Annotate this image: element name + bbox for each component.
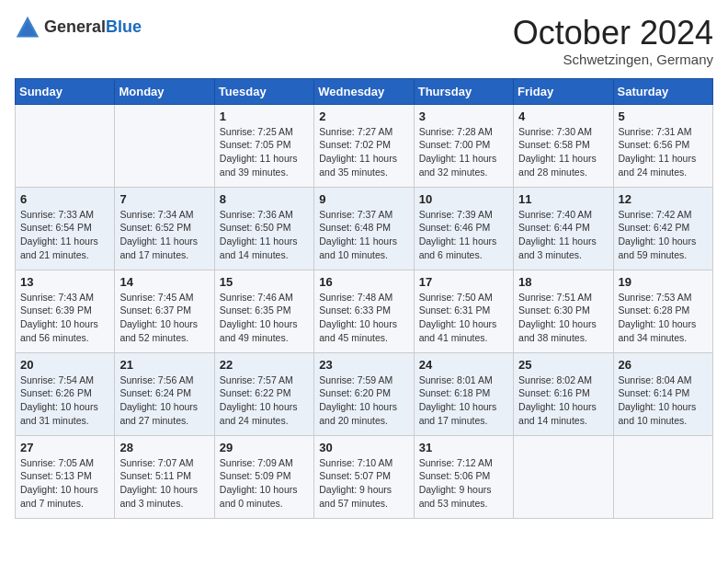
day-info: Sunrise: 7:36 AMSunset: 6:50 PMDaylight:… [220, 208, 309, 262]
logo: GeneralBlue [15, 15, 142, 40]
calendar-header: Sunday Monday Tuesday Wednesday Thursday… [16, 78, 713, 104]
day-number: 2 [319, 109, 408, 123]
header-monday: Monday [115, 78, 214, 104]
day-info: Sunrise: 7:09 AMSunset: 5:09 PMDaylight:… [220, 456, 309, 511]
day-number: 26 [619, 358, 708, 372]
day-number: 22 [220, 358, 309, 372]
calendar-cell: 31Sunrise: 7:12 AMSunset: 5:06 PMDayligh… [414, 435, 513, 518]
calendar-cell: 20Sunrise: 7:54 AMSunset: 6:26 PMDayligh… [16, 352, 115, 435]
day-info: Sunrise: 7:50 AMSunset: 6:31 PMDaylight:… [419, 291, 508, 345]
day-number: 8 [220, 192, 309, 206]
day-number: 9 [319, 192, 408, 206]
calendar-cell: 18Sunrise: 7:51 AMSunset: 6:30 PMDayligh… [514, 270, 613, 352]
calendar-cell: 2Sunrise: 7:27 AMSunset: 7:02 PMDaylight… [314, 104, 414, 187]
day-number: 6 [20, 192, 109, 206]
day-number: 3 [419, 109, 508, 123]
calendar-cell: 17Sunrise: 7:50 AMSunset: 6:31 PMDayligh… [414, 270, 513, 352]
calendar-cell: 29Sunrise: 7:09 AMSunset: 5:09 PMDayligh… [214, 435, 313, 518]
calendar-cell: 3Sunrise: 7:28 AMSunset: 7:00 PMDaylight… [414, 104, 513, 187]
day-info: Sunrise: 8:04 AMSunset: 6:14 PMDaylight:… [619, 373, 708, 428]
day-number: 21 [119, 358, 209, 372]
calendar-cell: 16Sunrise: 7:48 AMSunset: 6:33 PMDayligh… [314, 270, 414, 352]
calendar-cell: 24Sunrise: 8:01 AMSunset: 6:18 PMDayligh… [414, 352, 513, 435]
calendar-cell: 30Sunrise: 7:10 AMSunset: 5:07 PMDayligh… [314, 435, 414, 518]
day-info: Sunrise: 7:25 AMSunset: 7:05 PMDaylight:… [220, 125, 309, 179]
day-number: 19 [619, 275, 708, 289]
day-number: 25 [518, 358, 608, 372]
calendar-cell: 14Sunrise: 7:45 AMSunset: 6:37 PMDayligh… [115, 270, 214, 352]
calendar-cell: 6Sunrise: 7:33 AMSunset: 6:54 PMDaylight… [16, 187, 115, 270]
calendar-cell: 15Sunrise: 7:46 AMSunset: 6:35 PMDayligh… [214, 270, 313, 352]
day-number: 27 [20, 441, 109, 454]
calendar-cell: 1Sunrise: 7:25 AMSunset: 7:05 PMDaylight… [214, 104, 313, 187]
calendar-cell [613, 435, 712, 518]
day-info: Sunrise: 7:45 AMSunset: 6:37 PMDaylight:… [119, 291, 209, 345]
day-number: 10 [419, 192, 508, 206]
day-number: 13 [20, 275, 109, 289]
calendar-cell: 9Sunrise: 7:37 AMSunset: 6:48 PMDaylight… [314, 187, 414, 270]
calendar-cell: 4Sunrise: 7:30 AMSunset: 6:58 PMDaylight… [514, 104, 613, 187]
day-info: Sunrise: 7:07 AMSunset: 5:11 PMDaylight:… [119, 456, 209, 511]
logo-icon [15, 15, 40, 40]
calendar-cell [115, 104, 214, 187]
day-number: 30 [319, 441, 408, 454]
header-wednesday: Wednesday [314, 78, 414, 104]
day-info: Sunrise: 7:46 AMSunset: 6:35 PMDaylight:… [220, 291, 309, 345]
day-number: 29 [220, 441, 309, 454]
calendar-week-2: 6Sunrise: 7:33 AMSunset: 6:54 PMDaylight… [16, 187, 713, 270]
calendar-cell: 7Sunrise: 7:34 AMSunset: 6:52 PMDaylight… [115, 187, 214, 270]
day-number: 1 [220, 109, 309, 123]
calendar-cell: 8Sunrise: 7:36 AMSunset: 6:50 PMDaylight… [214, 187, 313, 270]
day-number: 16 [319, 275, 408, 289]
month-title: October 2024 [513, 15, 713, 52]
page-header: GeneralBlue October 2024 Schwetzingen, G… [15, 15, 713, 67]
calendar-cell: 26Sunrise: 8:04 AMSunset: 6:14 PMDayligh… [613, 352, 712, 435]
day-number: 28 [119, 441, 209, 454]
calendar-cell: 27Sunrise: 7:05 AMSunset: 5:13 PMDayligh… [16, 435, 115, 518]
header-tuesday: Tuesday [214, 78, 313, 104]
calendar-cell: 21Sunrise: 7:56 AMSunset: 6:24 PMDayligh… [115, 352, 214, 435]
calendar-cell: 25Sunrise: 8:02 AMSunset: 6:16 PMDayligh… [514, 352, 613, 435]
calendar-cell [514, 435, 613, 518]
day-info: Sunrise: 7:12 AMSunset: 5:06 PMDaylight:… [419, 456, 508, 511]
day-info: Sunrise: 7:56 AMSunset: 6:24 PMDaylight:… [119, 373, 209, 428]
calendar-week-1: 1Sunrise: 7:25 AMSunset: 7:05 PMDaylight… [16, 104, 713, 187]
header-saturday: Saturday [613, 78, 712, 104]
day-info: Sunrise: 7:30 AMSunset: 6:58 PMDaylight:… [518, 125, 608, 179]
day-info: Sunrise: 8:01 AMSunset: 6:18 PMDaylight:… [419, 373, 508, 428]
calendar-cell: 22Sunrise: 7:57 AMSunset: 6:22 PMDayligh… [214, 352, 313, 435]
day-number: 18 [518, 275, 608, 289]
day-info: Sunrise: 7:10 AMSunset: 5:07 PMDaylight:… [319, 456, 408, 511]
day-info: Sunrise: 7:54 AMSunset: 6:26 PMDaylight:… [20, 373, 109, 428]
day-info: Sunrise: 7:33 AMSunset: 6:54 PMDaylight:… [20, 208, 109, 262]
calendar-cell: 13Sunrise: 7:43 AMSunset: 6:39 PMDayligh… [16, 270, 115, 352]
day-info: Sunrise: 7:28 AMSunset: 7:00 PMDaylight:… [419, 125, 508, 179]
day-info: Sunrise: 7:27 AMSunset: 7:02 PMDaylight:… [319, 125, 408, 179]
day-info: Sunrise: 7:37 AMSunset: 6:48 PMDaylight:… [319, 208, 408, 262]
day-info: Sunrise: 7:05 AMSunset: 5:13 PMDaylight:… [20, 456, 109, 511]
title-block: October 2024 Schwetzingen, Germany [513, 15, 713, 67]
logo-general-text: General [44, 17, 106, 36]
header-friday: Friday [514, 78, 613, 104]
calendar-cell: 23Sunrise: 7:59 AMSunset: 6:20 PMDayligh… [314, 352, 414, 435]
calendar-cell: 19Sunrise: 7:53 AMSunset: 6:28 PMDayligh… [613, 270, 712, 352]
day-info: Sunrise: 7:48 AMSunset: 6:33 PMDaylight:… [319, 291, 408, 345]
day-info: Sunrise: 7:40 AMSunset: 6:44 PMDaylight:… [518, 208, 608, 262]
day-info: Sunrise: 7:34 AMSunset: 6:52 PMDaylight:… [119, 208, 209, 262]
day-info: Sunrise: 7:31 AMSunset: 6:56 PMDaylight:… [619, 125, 708, 179]
day-number: 12 [619, 192, 708, 206]
calendar-table: Sunday Monday Tuesday Wednesday Thursday… [15, 78, 713, 519]
location-subtitle: Schwetzingen, Germany [513, 52, 713, 67]
day-number: 31 [419, 441, 508, 454]
calendar-cell: 11Sunrise: 7:40 AMSunset: 6:44 PMDayligh… [514, 187, 613, 270]
day-info: Sunrise: 7:53 AMSunset: 6:28 PMDaylight:… [619, 291, 708, 345]
day-info: Sunrise: 7:42 AMSunset: 6:42 PMDaylight:… [619, 208, 708, 262]
day-info: Sunrise: 7:43 AMSunset: 6:39 PMDaylight:… [20, 291, 109, 345]
day-info: Sunrise: 7:39 AMSunset: 6:46 PMDaylight:… [419, 208, 508, 262]
day-number: 23 [319, 358, 408, 372]
day-number: 14 [119, 275, 209, 289]
day-number: 20 [20, 358, 109, 372]
day-number: 4 [518, 109, 608, 123]
day-number: 17 [419, 275, 508, 289]
day-info: Sunrise: 7:57 AMSunset: 6:22 PMDaylight:… [220, 373, 309, 428]
